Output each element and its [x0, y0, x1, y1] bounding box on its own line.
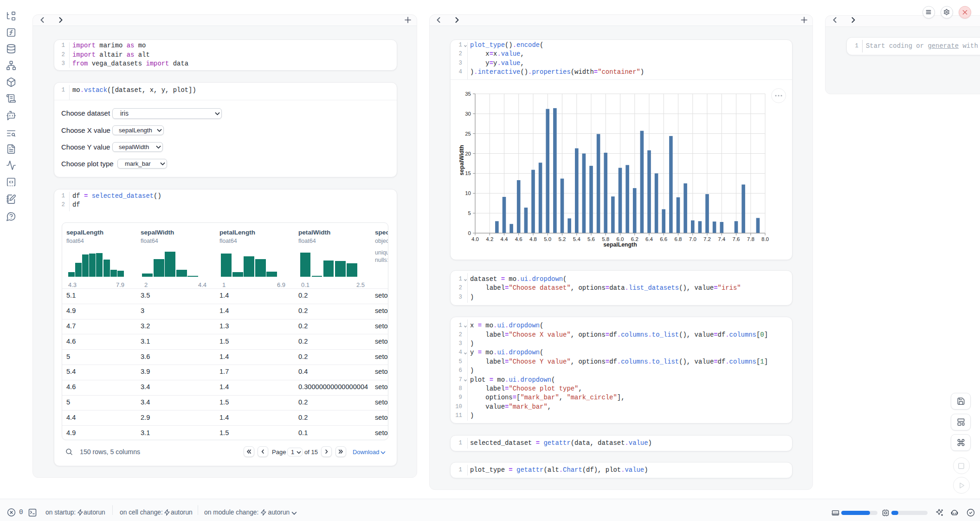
svg-text:25: 25: [465, 131, 471, 137]
svg-text:4.4: 4.4: [501, 236, 509, 242]
svg-text:5.4: 5.4: [573, 236, 581, 242]
svg-text:20: 20: [465, 151, 471, 156]
svg-text:5.2: 5.2: [559, 236, 566, 242]
svg-text:7.8: 7.8: [747, 236, 754, 242]
svg-text:8.0: 8.0: [761, 236, 769, 242]
svg-text:0: 0: [468, 230, 471, 236]
svg-text:7.0: 7.0: [689, 236, 696, 242]
svg-text:10: 10: [465, 190, 471, 196]
svg-text:7.6: 7.6: [733, 236, 740, 242]
svg-text:30: 30: [465, 111, 471, 117]
svg-text:6.6: 6.6: [660, 236, 667, 242]
svg-text:4.0: 4.0: [471, 236, 479, 242]
svg-text:5.0: 5.0: [544, 236, 551, 242]
svg-text:4.8: 4.8: [529, 236, 537, 242]
svg-text:sepalWidth: sepalWidth: [458, 145, 465, 175]
svg-text:4.2: 4.2: [486, 236, 493, 242]
svg-text:4.6: 4.6: [515, 236, 522, 242]
svg-text:6.4: 6.4: [645, 236, 653, 242]
svg-text:15: 15: [465, 170, 471, 176]
svg-text:sepalLength: sepalLength: [603, 241, 637, 248]
svg-text:7.2: 7.2: [703, 236, 711, 242]
svg-text:6.8: 6.8: [675, 236, 682, 242]
svg-text:35: 35: [465, 91, 471, 97]
svg-text:5.6: 5.6: [587, 236, 595, 242]
svg-text:5: 5: [468, 210, 471, 216]
svg-text:7.4: 7.4: [718, 236, 726, 242]
